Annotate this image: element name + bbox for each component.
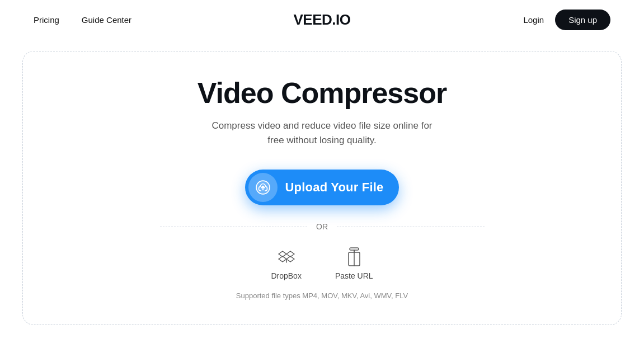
upload-card: Video Compressor Compress video and redu…: [22, 51, 622, 325]
dropbox-option[interactable]: DropBox: [271, 247, 301, 280]
signup-button[interactable]: Sign up: [555, 10, 610, 30]
nav-left: Pricing Guide Center: [34, 15, 131, 25]
site-logo[interactable]: VEED.IO: [294, 11, 351, 29]
nav-guide[interactable]: Guide Center: [82, 15, 131, 25]
upload-btn-label: Upload Your File: [285, 180, 384, 195]
upload-button[interactable]: Upload Your File: [245, 170, 399, 205]
or-label: OR: [316, 222, 328, 231]
paste-url-label: Paste URL: [335, 271, 373, 280]
page-title: Video Compressor: [198, 76, 446, 110]
dropbox-icon: [276, 247, 297, 267]
nav-pricing[interactable]: Pricing: [34, 15, 59, 25]
dropbox-label: DropBox: [271, 271, 301, 280]
upload-icon: [248, 173, 278, 202]
supported-formats: Supported file types MP4, MOV, MKV, Avi,…: [236, 291, 408, 300]
paste-url-option[interactable]: Paste URL: [335, 247, 373, 280]
or-divider: OR: [160, 222, 485, 231]
options-row: DropBox Paste URL: [271, 247, 373, 280]
nav-right: Login Sign up: [523, 10, 610, 30]
page-subtitle: Compress video and reduce video file siz…: [210, 119, 434, 147]
navbar: Pricing Guide Center VEED.IO Login Sign …: [0, 0, 644, 39]
or-line-left: [160, 227, 308, 227]
paste-url-icon: [344, 247, 364, 267]
or-line-right: [337, 227, 485, 227]
nav-login[interactable]: Login: [523, 15, 544, 25]
main-wrapper: Video Compressor Compress video and redu…: [0, 39, 644, 348]
